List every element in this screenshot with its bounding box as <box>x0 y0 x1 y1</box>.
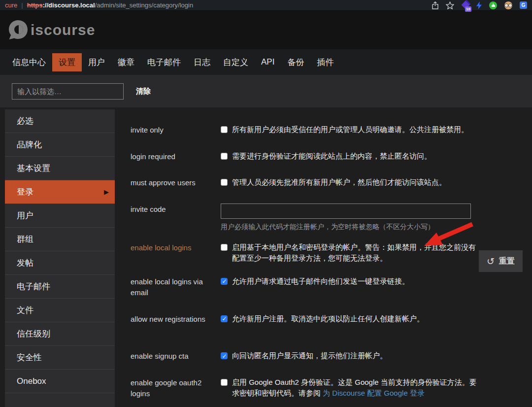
sidebar-item-label: 品牌化 <box>17 139 42 150</box>
sidebar-item-onebox[interactable]: Onebox <box>5 370 115 393</box>
setting-label: invite code <box>131 204 221 232</box>
settings-list: invite only 所有新用户必须由受信任的用户或管理人员明确邀请。公共注册… <box>115 107 532 407</box>
sidebar-item-groups[interactable]: 群组 <box>5 228 115 251</box>
extension-google-icon[interactable]: G <box>520 1 527 9</box>
tab-logs[interactable]: 日志 <box>187 53 217 71</box>
tab-badges[interactable]: 徽章 <box>111 53 141 71</box>
setting-label: must approve users <box>131 177 221 189</box>
sidebar-item-basic-setup[interactable]: 基本设置 <box>5 157 115 180</box>
extension-lightning-icon[interactable] <box>476 1 482 9</box>
setting-row-enable-local-logins: enable local logins 启用基于本地用户名和密码登录的帐户。警告… <box>131 242 522 264</box>
sidebar-item-required[interactable]: 必选 <box>5 109 115 133</box>
setting-row-invite-only: invite only 所有新用户必须由受信任的用户或管理人员明确邀请。公共注册… <box>131 124 522 136</box>
url-text[interactable]: https://discourse.local/admin/site_setti… <box>27 1 193 9</box>
google-config-link[interactable]: 为 Discourse 配置 Google 登录 <box>323 389 425 397</box>
setting-label: enable google oauth2 logins <box>131 377 221 400</box>
sidebar-item-trust-levels[interactable]: 信任级别 <box>5 322 115 346</box>
sidebar-item-label: 登录 <box>17 186 33 198</box>
sidebar-item-posting[interactable]: 发帖 <box>5 251 115 275</box>
setting-description: 需要进行身份验证才能阅读此站点上的内容，禁止匿名访问。 <box>232 151 432 162</box>
settings-filter-bar: 清除 <box>0 75 532 107</box>
sidebar-item-label: 群组 <box>17 234 33 245</box>
caret-right-icon: ▶ <box>104 188 109 196</box>
sidebar-item-label: 基本设置 <box>17 163 50 174</box>
setting-row-enable-local-logins-via-email: enable local logins via email 允许用户请求通过电子… <box>131 276 522 299</box>
sidebar-item-email[interactable]: 电子邮件 <box>5 275 115 299</box>
sidebar-item-security[interactable]: 安全性 <box>5 346 115 370</box>
sidebar-item-partial[interactable] <box>5 393 115 407</box>
setting-description: 允许用户请求通过电子邮件向他们发送一键登录链接。 <box>232 276 409 287</box>
sidebar-item-label: 用户 <box>17 210 33 221</box>
setting-label: invite only <box>131 124 221 136</box>
extension-diamond-icon[interactable]: 10 <box>462 1 469 9</box>
sidebar-item-users[interactable]: 用户 <box>5 204 115 228</box>
setting-description: 允许新用户注册。取消选中此项以防止任何人创建新帐户。 <box>232 313 424 325</box>
tab-settings[interactable]: 设置 <box>52 53 82 71</box>
setting-label: enable signup cta <box>131 350 221 362</box>
bookmark-star-icon[interactable] <box>446 1 454 9</box>
extension-thumbs-up-icon[interactable] <box>489 1 497 9</box>
setting-label: login required <box>131 151 221 163</box>
setting-row-login-required: login required 需要进行身份验证才能阅读此站点上的内容，禁止匿名访… <box>131 151 522 163</box>
tab-emails[interactable]: 电子邮件 <box>141 53 187 71</box>
tab-customize[interactable]: 自定义 <box>217 53 255 71</box>
settings-main: 必选 品牌化 基本设置 登录▶ 用户 群组 发帖 电子邮件 文件 信任级别 安全… <box>0 107 532 407</box>
tab-plugins[interactable]: 插件 <box>310 53 340 71</box>
url-path: /admin/site_settings/category/login <box>95 1 193 9</box>
setting-label-overridden: enable local logins <box>131 242 221 264</box>
sidebar-item-label: 电子邮件 <box>17 281 50 292</box>
sidebar-item-branding[interactable]: 品牌化 <box>5 133 115 157</box>
setting-label: allow new registrations <box>131 313 221 325</box>
thumb-glyph <box>491 3 496 7</box>
sidebar-item-label: 文件 <box>17 305 33 316</box>
tab-dashboard[interactable]: 信息中心 <box>6 53 52 71</box>
setting-checkbox[interactable] <box>221 126 228 133</box>
setting-checkbox[interactable] <box>221 315 228 322</box>
tab-users[interactable]: 用户 <box>82 53 111 71</box>
setting-row-must-approve-users: must approve users 管理人员必须先批准所有新用户帐户，然后他们… <box>131 177 522 189</box>
share-icon[interactable] <box>432 1 438 9</box>
sidebar-item-label: 安全性 <box>17 352 42 363</box>
sidebar-item-label: 信任级别 <box>17 328 50 339</box>
browser-address-bar: cure | https://discourse.local/admin/sit… <box>0 0 532 11</box>
setting-checkbox[interactable] <box>221 244 228 251</box>
setting-description: 所有新用户必须由受信任的用户或管理人员明确邀请。公共注册被禁用。 <box>232 124 468 136</box>
setting-description: 管理人员必须先批准所有新用户帐户，然后他们才能访问该站点。 <box>232 177 446 188</box>
setting-checkbox[interactable] <box>221 352 228 359</box>
discourse-logo-icon <box>7 19 30 41</box>
reset-button[interactable]: ↺ 重置 <box>479 250 523 272</box>
setting-checkbox[interactable] <box>221 179 228 186</box>
setting-description: 向回访匿名用户显示通知，提示他们注册帐户。 <box>232 350 387 362</box>
setting-checkbox[interactable] <box>221 379 228 386</box>
setting-description: 启用基于本地用户名和密码登录的帐户。警告：如果禁用，并且您之前没有配置至少一种备… <box>232 242 477 264</box>
url-scheme: https <box>27 1 43 9</box>
settings-category-sidebar: 必选 品牌化 基本设置 登录▶ 用户 群组 发帖 电子邮件 文件 信任级别 安全… <box>5 109 115 407</box>
clear-filter-button[interactable]: 清除 <box>136 87 151 96</box>
not-secure-label: cure <box>5 1 17 9</box>
sidebar-item-files[interactable]: 文件 <box>5 299 115 322</box>
setting-checkbox[interactable] <box>221 278 228 285</box>
setting-row-invite-code: invite code 用户必须输入此代码才能注册帐户，为空时将被忽略（不区分大… <box>131 204 522 232</box>
admin-tab-bar: 信息中心 设置 用户 徽章 电子邮件 日志 自定义 API 备份 插件 <box>0 49 532 75</box>
sidebar-item-label: 发帖 <box>17 257 33 269</box>
setting-row-allow-new-registrations: allow new registrations 允许新用户注册。取消选中此项以防… <box>131 313 522 325</box>
setting-checkbox[interactable] <box>221 153 228 160</box>
tab-api[interactable]: API <box>255 54 281 70</box>
setting-row-enable-signup-cta: enable signup cta 向回访匿名用户显示通知，提示他们注册帐户。 <box>131 350 522 362</box>
undo-icon: ↺ <box>487 256 495 267</box>
invite-code-input[interactable] <box>221 204 471 219</box>
logo-text: iscourse <box>31 22 95 38</box>
extension-badge: 10 <box>465 6 471 12</box>
setting-row-enable-google-oauth2-logins: enable google oauth2 logins 启用 Google Oa… <box>131 377 522 400</box>
filter-input[interactable] <box>12 83 124 100</box>
discourse-logo[interactable]: iscourse <box>7 19 95 41</box>
setting-label: enable local logins via email <box>131 276 221 299</box>
url-divider: | <box>21 1 23 9</box>
sidebar-item-login[interactable]: 登录▶ <box>5 180 115 204</box>
tab-backups[interactable]: 备份 <box>281 53 310 71</box>
sidebar-item-label: 必选 <box>17 115 33 127</box>
sidebar-item-label: Onebox <box>17 376 46 386</box>
setting-hint: 用户必须输入此代码才能注册帐户，为空时将被忽略（不区分大小写） <box>221 222 434 232</box>
extension-goggles-face-icon[interactable] <box>504 1 512 9</box>
url-host: ://discourse.local <box>42 1 95 9</box>
